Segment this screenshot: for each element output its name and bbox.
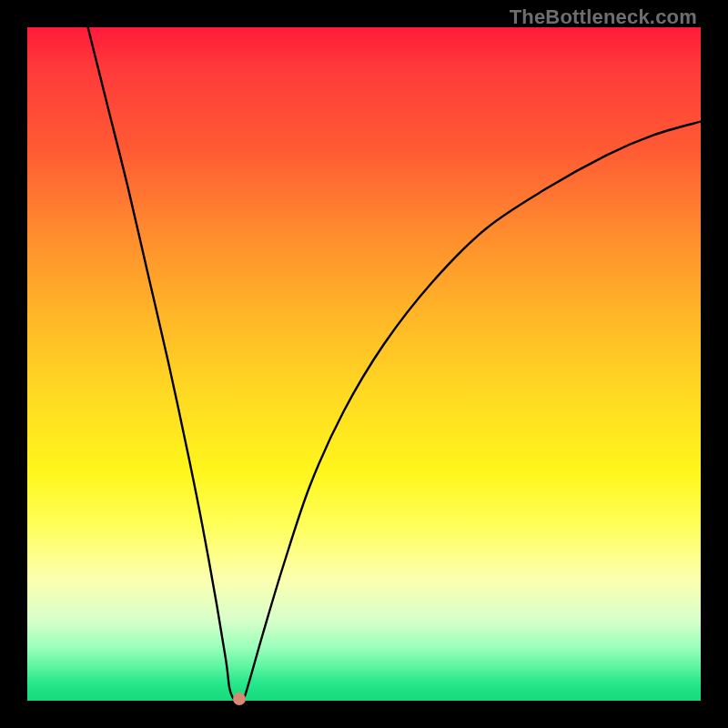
plot-area [27,27,701,701]
watermark-text: TheBottleneck.com [510,5,697,29]
minimum-marker-dot [233,693,246,705]
bottleneck-curve [27,27,701,701]
chart-frame [27,27,701,701]
